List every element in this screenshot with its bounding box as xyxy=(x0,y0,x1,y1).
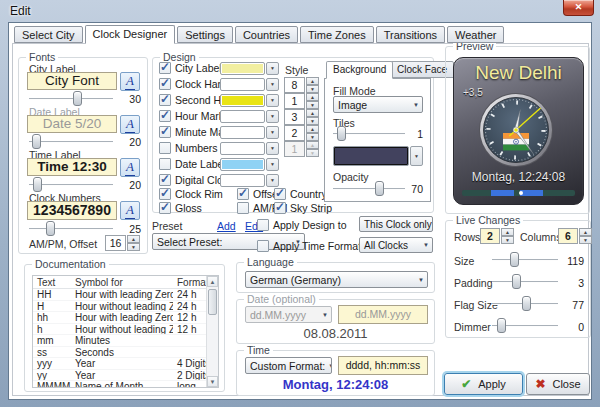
spinner-value[interactable]: 8 xyxy=(284,77,305,93)
time-font-picker-button[interactable]: A xyxy=(120,158,140,177)
color-dropdown-icon[interactable]: ▼ xyxy=(266,126,279,139)
table-row[interactable]: HHour without leading Zero24 h xyxy=(33,301,218,313)
color-dropdown-icon[interactable]: ▼ xyxy=(266,78,279,91)
slider-thumb[interactable] xyxy=(497,318,506,333)
checkbox[interactable] xyxy=(159,110,171,122)
checkbox[interactable] xyxy=(257,219,269,231)
scroll-up-icon[interactable]: ▲ xyxy=(207,276,218,287)
sky-strip-checkbox[interactable]: Sky Strip xyxy=(274,202,332,214)
preset-add-link[interactable]: Add xyxy=(217,220,236,232)
dimmer-slider[interactable] xyxy=(492,318,558,333)
hour-marks-style-spinner[interactable]: 3▲▼ xyxy=(284,109,319,125)
spinner-up-icon[interactable]: ▲ xyxy=(306,77,319,85)
columns-spinner[interactable]: 6▲▼ xyxy=(558,228,592,244)
spinner-down-icon[interactable]: ▼ xyxy=(127,243,140,251)
table-row[interactable]: HHHour with leading Zero24 h xyxy=(33,289,218,301)
second-hand-style-spinner[interactable]: 1▲▼ xyxy=(284,93,319,109)
slider-thumb[interactable] xyxy=(46,221,55,236)
table-row[interactable]: MMMMName of Monthlong xyxy=(33,381,218,388)
color-swatch[interactable] xyxy=(220,62,265,75)
design-row-hour-marks[interactable]: Hour Marks xyxy=(159,110,229,122)
checkbox[interactable] xyxy=(159,142,171,154)
checkbox[interactable] xyxy=(159,126,171,138)
design-row-numbers[interactable]: Numbers xyxy=(159,142,218,154)
table-row[interactable]: ssSeconds xyxy=(33,347,218,359)
checkbox[interactable] xyxy=(159,202,171,214)
checkbox[interactable] xyxy=(159,94,171,106)
tab-background[interactable]: Background xyxy=(326,61,393,79)
scrollbar-thumb[interactable] xyxy=(208,289,217,315)
date-font-field[interactable]: Date 5/20 xyxy=(27,115,117,133)
table-row[interactable]: hHour without leading Zero12 h xyxy=(33,324,218,336)
table-row[interactable]: hhHour with leading Zero12 h xyxy=(33,312,218,324)
color-dropdown-icon[interactable]: ▼ xyxy=(266,94,279,107)
tab-transitions[interactable]: Transitions xyxy=(376,26,445,43)
apply-time-format-checkbox[interactable]: Apply Time Format to xyxy=(257,240,373,252)
clock-rim-checkbox[interactable]: Clock Rim xyxy=(159,188,223,200)
close-button[interactable]: ✖Close xyxy=(526,373,590,395)
slider-thumb[interactable] xyxy=(337,126,346,141)
checkbox[interactable] xyxy=(237,188,249,200)
spinner-down-icon[interactable]: ▼ xyxy=(306,101,319,109)
spinner-down-icon[interactable]: ▼ xyxy=(501,236,514,244)
fill-mode-dropdown[interactable]: Image▼ xyxy=(333,96,423,113)
checkbox[interactable] xyxy=(257,240,269,252)
language-dropdown[interactable]: German (Germany)▼ xyxy=(245,271,428,288)
design-row-date-label[interactable]: Date Label xyxy=(159,158,226,170)
numbers-font-picker-button[interactable]: A xyxy=(120,201,140,220)
time-format-dropdown[interactable]: Custom Format:▼ xyxy=(245,357,332,374)
color-swatch[interactable] xyxy=(220,78,265,91)
slider-thumb[interactable] xyxy=(522,296,531,311)
background-color-swatch[interactable] xyxy=(333,146,409,166)
color-dropdown-icon[interactable]: ▼ xyxy=(266,142,279,155)
checkbox[interactable] xyxy=(159,174,171,186)
spinner-up-icon[interactable]: ▲ xyxy=(501,228,514,236)
color-dropdown-icon[interactable]: ▼ xyxy=(266,62,279,75)
tab-settings[interactable]: Settings xyxy=(177,26,233,43)
tab-select-city[interactable]: Select City xyxy=(14,26,83,43)
tab-time-zones[interactable]: Time Zones xyxy=(300,26,374,43)
chevron-down-icon[interactable]: ▼ xyxy=(432,217,433,231)
table-scrollbar[interactable]: ▲ ▼ xyxy=(206,276,218,387)
date-font-size-slider[interactable] xyxy=(29,134,113,149)
numbers-font-size-slider[interactable] xyxy=(29,221,113,236)
date-format-input[interactable]: dd.MM.yyyy xyxy=(338,305,428,324)
checkbox[interactable] xyxy=(159,158,171,170)
spinner-value[interactable]: 6 xyxy=(558,228,578,244)
clock-hands-style-spinner[interactable]: 8▲▼ xyxy=(284,77,319,93)
spinner-value[interactable]: 2 xyxy=(480,228,500,244)
date-font-picker-button[interactable]: A xyxy=(120,115,140,134)
spinner-up-icon[interactable]: ▲ xyxy=(306,109,319,117)
apply-design-to-checkbox[interactable]: Apply Design to xyxy=(257,219,347,231)
gloss-checkbox[interactable]: Gloss xyxy=(159,202,202,214)
checkbox[interactable] xyxy=(159,62,171,74)
spinner-value[interactable]: 2 xyxy=(284,125,305,141)
rows-spinner[interactable]: 2▲▼ xyxy=(480,228,514,244)
color-swatch[interactable] xyxy=(220,158,265,171)
ampm-offset-spinner[interactable]: 16 ▲▼ xyxy=(105,235,140,251)
color-dropdown-icon[interactable]: ▼ xyxy=(266,110,279,123)
apply-button[interactable]: ✔Apply xyxy=(444,373,523,395)
slider-thumb[interactable] xyxy=(512,274,521,289)
spinner-down-icon[interactable]: ▼ xyxy=(306,117,319,125)
city-font-picker-button[interactable]: A xyxy=(120,72,140,91)
spinner-down-icon[interactable]: ▼ xyxy=(579,236,592,244)
slider-thumb[interactable] xyxy=(510,252,519,267)
apply-design-to-dropdown[interactable]: This Clock only▼ xyxy=(359,216,433,232)
tab-clock-designer[interactable]: Clock Designer xyxy=(85,25,176,44)
padding-slider[interactable] xyxy=(492,274,558,289)
tab-weather[interactable]: Weather xyxy=(447,26,504,43)
table-row[interactable]: yyYear2 Digits xyxy=(33,370,218,382)
color-swatch[interactable] xyxy=(220,142,265,155)
city-font-size-slider[interactable] xyxy=(29,91,113,106)
time-format-input[interactable]: dddd, hh:mm:ss xyxy=(338,356,428,375)
scroll-down-icon[interactable]: ▼ xyxy=(207,376,218,387)
chevron-down-icon[interactable]: ▼ xyxy=(420,238,432,252)
spinner-up-icon[interactable]: ▲ xyxy=(306,93,319,101)
chevron-down-icon[interactable]: ▼ xyxy=(410,97,422,112)
slider-thumb[interactable] xyxy=(32,134,41,149)
slider-thumb[interactable] xyxy=(375,181,384,196)
slider-thumb[interactable] xyxy=(33,177,42,192)
city-font-field[interactable]: City Font xyxy=(27,72,117,90)
spinner-down-icon[interactable]: ▼ xyxy=(306,133,319,141)
